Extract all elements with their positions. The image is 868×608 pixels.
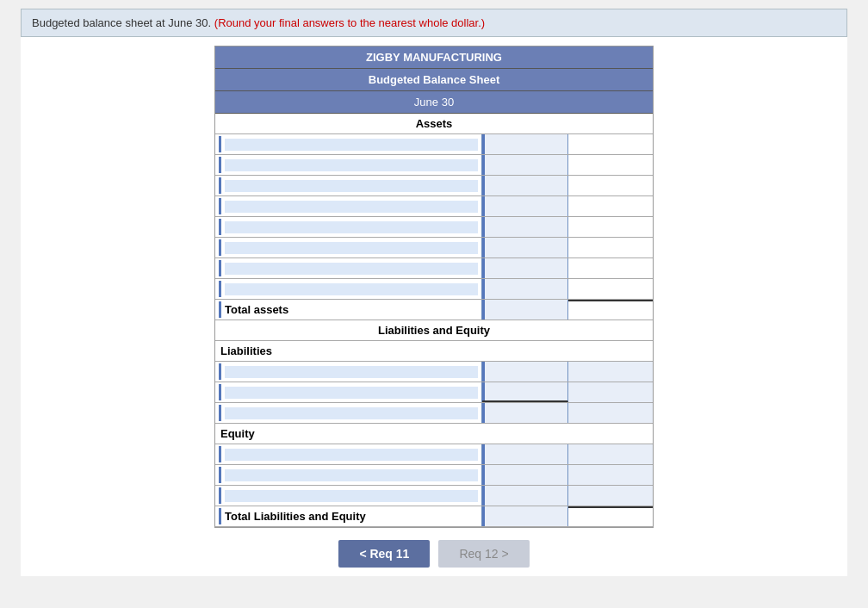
asset-label-input-8[interactable] (225, 283, 478, 295)
liability-label-input-2[interactable] (225, 387, 478, 399)
equity-mid-input-1[interactable] (486, 446, 564, 462)
asset-mid-3 (482, 176, 568, 195)
asset-mid-input-3[interactable] (486, 177, 564, 194)
asset-mid-input-1[interactable] (486, 136, 564, 152)
total-le-input[interactable] (572, 510, 649, 524)
asset-mid-input-8[interactable] (486, 281, 564, 297)
total-assets-row: Total assets (215, 300, 653, 320)
equity-right-input-3[interactable] (572, 487, 649, 504)
asset-right-2 (568, 155, 653, 175)
asset-label-input-1[interactable] (225, 139, 478, 151)
liability-right-2 (568, 382, 653, 402)
note-text: (Round your final answers to the nearest… (214, 16, 485, 29)
total-assets-input[interactable] (572, 303, 649, 318)
asset-row-8 (215, 279, 653, 300)
liability-mid-1 (482, 362, 568, 382)
asset-mid-2 (482, 155, 568, 175)
liabilities-equity-title: Liabilities and Equity (215, 320, 653, 341)
asset-right-input-4[interactable] (572, 198, 649, 214)
asset-right-3 (568, 176, 653, 195)
equity-row-1 (215, 444, 653, 465)
liability-row-2 (215, 382, 653, 403)
asset-mid-input-7[interactable] (486, 260, 564, 276)
asset-mid-input-5[interactable] (486, 219, 564, 235)
liabilities-label: Liabilities (215, 341, 653, 362)
asset-right-7 (568, 258, 653, 278)
total-le-mid (482, 506, 568, 526)
total-assets-value (568, 300, 653, 320)
asset-label-5 (215, 217, 482, 237)
equity-label-input-2[interactable] (225, 469, 478, 481)
liability-right-3 (568, 403, 653, 423)
asset-mid-5 (482, 217, 568, 237)
liability-row-3 (215, 403, 653, 424)
liability-right-input-2[interactable] (572, 384, 649, 400)
equity-label-2 (215, 465, 482, 485)
asset-mid-input-2[interactable] (486, 157, 564, 173)
asset-label-input-2[interactable] (225, 159, 478, 171)
asset-right-input-5[interactable] (572, 219, 649, 235)
asset-label-7 (215, 258, 482, 278)
asset-row-1 (215, 134, 653, 155)
asset-row-2 (215, 155, 653, 176)
prev-button[interactable]: < Req 11 (338, 540, 430, 568)
asset-row-4 (215, 196, 653, 217)
total-le-value (568, 506, 653, 526)
asset-label-4 (215, 196, 482, 216)
liability-right-1 (568, 362, 653, 382)
asset-mid-4 (482, 196, 568, 216)
asset-right-8 (568, 279, 653, 299)
balance-sheet: ZIGBY MANUFACTURING Budgeted Balance She… (214, 46, 654, 528)
asset-mid-8 (482, 279, 568, 299)
asset-right-input-1[interactable] (572, 136, 649, 152)
equity-label-3 (215, 486, 482, 506)
liability-mid-input-1[interactable] (486, 363, 564, 380)
asset-right-input-3[interactable] (572, 177, 649, 194)
asset-mid-6 (482, 238, 568, 257)
total-liabilities-equity-row: Total Liabilities and Equity (215, 506, 653, 527)
liability-label-1 (215, 362, 482, 382)
asset-label-input-4[interactable] (225, 201, 478, 213)
asset-row-6 (215, 238, 653, 258)
sheet-date: June 30 (215, 91, 653, 114)
asset-label-input-5[interactable] (225, 221, 478, 233)
equity-mid-input-3[interactable] (486, 487, 564, 504)
asset-label-6 (215, 238, 482, 257)
liability-mid-input-3[interactable] (486, 405, 564, 421)
next-button: Req 12 > (438, 540, 529, 568)
liability-label-input-3[interactable] (225, 407, 478, 419)
asset-right-input-2[interactable] (572, 157, 649, 173)
asset-right-6 (568, 238, 653, 257)
total-assets-label: Total assets (215, 300, 482, 320)
equity-label-input-3[interactable] (225, 490, 478, 502)
assets-section-title: Assets (215, 114, 653, 134)
asset-label-input-3[interactable] (225, 180, 478, 192)
equity-right-input-1[interactable] (572, 446, 649, 462)
liability-mid-input-2[interactable] (486, 384, 564, 399)
asset-right-1 (568, 134, 653, 154)
asset-label-2 (215, 155, 482, 175)
total-liabilities-equity-label: Total Liabilities and Equity (215, 506, 482, 526)
equity-mid-input-2[interactable] (486, 467, 564, 483)
asset-row-3 (215, 176, 653, 196)
asset-label-input-6[interactable] (225, 242, 478, 254)
liability-mid-3 (482, 403, 568, 423)
liability-label-input-1[interactable] (225, 366, 478, 378)
instruction-text: Budgeted balance sheet at June 30. (32, 16, 211, 29)
asset-mid-input-4[interactable] (486, 198, 564, 214)
total-assets-mid (482, 300, 568, 320)
instruction-bar: Budgeted balance sheet at June 30. (Roun… (21, 9, 847, 37)
liability-right-input-3[interactable] (572, 405, 649, 421)
equity-label-input-1[interactable] (225, 449, 478, 461)
liability-label-3 (215, 403, 482, 423)
liability-label-2 (215, 382, 482, 402)
equity-right-input-2[interactable] (572, 467, 649, 483)
asset-right-input-6[interactable] (572, 239, 649, 256)
equity-row-3 (215, 486, 653, 506)
equity-mid-3 (482, 486, 568, 506)
asset-mid-input-6[interactable] (486, 239, 564, 256)
asset-label-input-7[interactable] (225, 263, 478, 275)
asset-row-7 (215, 258, 653, 279)
liability-right-input-1[interactable] (572, 363, 649, 380)
asset-mid-1 (482, 134, 568, 154)
